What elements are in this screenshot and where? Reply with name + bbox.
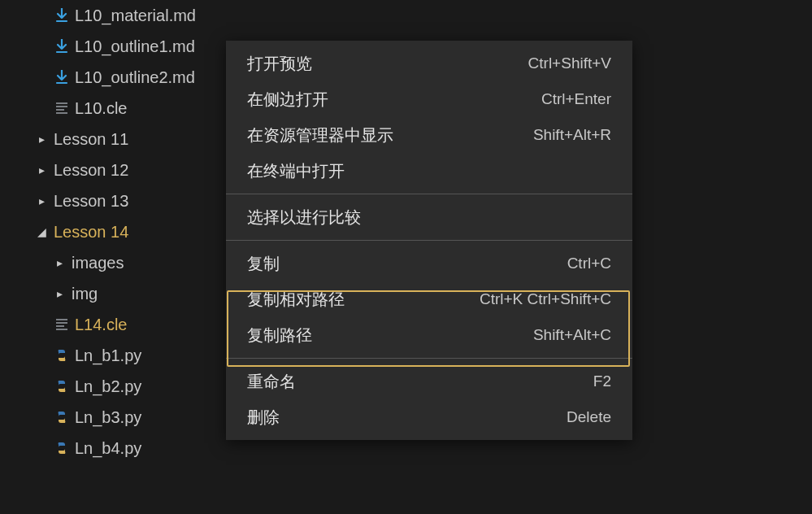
tree-item-label: Lesson 11	[54, 124, 128, 155]
menu-item-shortcut: Shift+Alt+C	[533, 324, 611, 346]
markdown-file-icon	[54, 38, 70, 54]
tree-item-label: Lesson 14	[54, 216, 128, 247]
menu-item-shortcut: Shift+Alt+R	[533, 124, 611, 146]
tree-item-label: Ln_b2.py	[75, 371, 141, 402]
tree-item-label: L10_outline1.md	[75, 31, 195, 62]
cle-file-icon	[54, 316, 70, 333]
tree-file-md[interactable]: L10_material.md	[0, 0, 390, 31]
tree-item-label: L10.cle	[75, 93, 128, 124]
tree-item-label: L10_outline2.md	[75, 62, 195, 93]
menu-item-shortcut: Ctrl+K Ctrl+Shift+C	[480, 288, 611, 311]
menu-item-shortcut: Ctrl+C	[567, 252, 611, 275]
tree-item-label: img	[72, 278, 98, 309]
menu-item-shortcut: Delete	[567, 406, 611, 429]
tree-item-label: Lesson 12	[54, 155, 128, 185]
tree-item-label: Ln_b4.py	[75, 433, 141, 464]
menu-item-copy-relative-path[interactable]: 复制相对路径 Ctrl+K Ctrl+Shift+C	[226, 281, 632, 317]
menu-item-copy-path[interactable]: 复制路径 Shift+Alt+C	[226, 317, 632, 353]
chevron-right-icon: ▸	[54, 247, 65, 278]
context-menu: 打开预览 Ctrl+Shift+V 在侧边打开 Ctrl+Enter 在资源管理…	[226, 41, 632, 440]
tree-item-label: images	[72, 247, 124, 278]
menu-separator	[226, 194, 632, 194]
menu-item-label: 复制	[247, 252, 280, 275]
markdown-file-icon	[54, 69, 70, 85]
menu-item-open-in-terminal[interactable]: 在终端中打开	[226, 153, 632, 189]
cle-file-icon	[54, 100, 70, 116]
menu-item-label: 复制相对路径	[247, 288, 345, 311]
tree-item-label: L14.cle	[75, 309, 128, 340]
python-file-icon	[54, 378, 70, 394]
menu-item-label: 在终端中打开	[247, 159, 345, 182]
tree-item-label: Ln_b3.py	[75, 402, 141, 433]
menu-separator	[226, 358, 632, 359]
chevron-right-icon: ▸	[36, 155, 47, 185]
menu-item-label: 打开预览	[247, 52, 312, 75]
menu-item-shortcut: Ctrl+Enter	[541, 88, 611, 111]
menu-item-label: 复制路径	[247, 324, 312, 346]
chevron-right-icon: ▸	[54, 278, 65, 309]
menu-item-shortcut: F2	[593, 370, 611, 393]
menu-item-shortcut: Ctrl+Shift+V	[528, 52, 611, 75]
menu-item-delete[interactable]: 删除 Delete	[226, 399, 632, 435]
menu-item-copy[interactable]: 复制 Ctrl+C	[226, 246, 632, 281]
tree-item-label: L10_material.md	[75, 0, 196, 31]
tree-item-label: Lesson 13	[54, 185, 128, 216]
menu-item-label: 选择以进行比较	[247, 206, 361, 229]
chevron-right-icon: ▸	[36, 185, 47, 216]
menu-item-reveal-in-explorer[interactable]: 在资源管理器中显示 Shift+Alt+R	[226, 117, 632, 153]
python-file-icon	[54, 347, 70, 364]
menu-item-label: 在侧边打开	[247, 88, 328, 111]
markdown-file-icon	[54, 7, 70, 24]
python-file-icon	[54, 409, 70, 425]
menu-item-open-preview[interactable]: 打开预览 Ctrl+Shift+V	[226, 46, 632, 81]
python-file-icon	[54, 440, 70, 456]
menu-item-label: 在资源管理器中显示	[247, 124, 393, 146]
chevron-down-icon: ◢	[36, 216, 47, 247]
menu-item-rename[interactable]: 重命名 F2	[226, 364, 632, 399]
menu-item-select-for-compare[interactable]: 选择以进行比较	[226, 199, 632, 235]
menu-separator	[226, 240, 632, 241]
menu-item-label: 重命名	[247, 370, 296, 393]
chevron-right-icon: ▸	[36, 124, 47, 155]
tree-item-label: Ln_b1.py	[75, 340, 141, 371]
menu-item-label: 删除	[247, 406, 280, 429]
menu-item-open-to-side[interactable]: 在侧边打开 Ctrl+Enter	[226, 81, 632, 117]
